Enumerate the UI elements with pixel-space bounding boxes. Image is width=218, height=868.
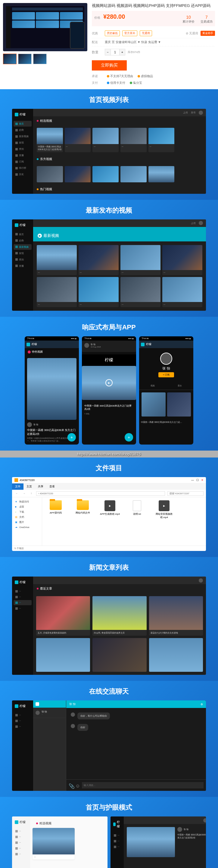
video-card[interactable]: ··· [79,277,119,307]
video-card[interactable]: ··· [120,128,147,152]
desktop[interactable]: ■桌面 [14,504,40,509]
sidebar-discover[interactable]: 发现 [13,140,32,146]
quantity-stepper[interactable]: − + [105,49,125,56]
tab-file[interactable]: 文件 [12,484,24,490]
video-card[interactable]: ··· [120,245,160,275]
chat-settings-icon[interactable]: ⚙ [201,703,203,706]
close-icon[interactable]: ✕ [201,478,204,482]
maximize-icon[interactable]: ☐ [196,478,199,482]
sidebar-item[interactable]: 首页 [13,231,32,237]
upload-link[interactable]: 上传 [183,111,188,114]
path-bar[interactable]: › 4343977220 [36,491,165,496]
main-preview-image[interactable] [3,3,87,51]
downloads[interactable]: ↓下载 [14,509,40,515]
video-card[interactable]: ··· [162,245,202,275]
sidebar-live[interactable]: 直播 [13,153,32,158]
sidebar-item[interactable]: 最新视频 [13,244,32,250]
sidebar-latest[interactable]: 最新视频 [13,133,32,139]
user-avatar[interactable] [199,111,203,115]
play-icon[interactable]: ▶ [105,379,113,386]
video-card[interactable] [127,827,175,857]
sidebar-item[interactable]: ··· [13,600,32,605]
qty-minus[interactable]: − [105,49,110,55]
fab-button[interactable]: + [67,433,76,441]
ship-destination[interactable]: 重庆 至 安徽省蚌埠山区 ▼ 快递 免运费 ▼ [105,40,161,44]
video-card[interactable] [93,166,119,182]
avatar[interactable] [27,422,32,427]
back-icon[interactable]: ← [14,491,19,496]
news-card[interactable] [36,638,90,672]
featured-image[interactable] [27,358,76,420]
file-web-source[interactable]: 网站代码文件 [72,500,93,515]
thumb-2[interactable] [18,54,32,64]
video-card[interactable] [148,166,175,182]
profile-avatar[interactable] [160,352,172,365]
video-card[interactable]: ··· [93,128,119,152]
tab-videos[interactable]: 视频 [151,384,155,387]
chat-contact[interactable]: 张 怡··· [33,708,66,718]
sidebar-trend[interactable]: 趋势 [13,127,32,133]
thumb-3[interactable] [33,54,47,64]
sidebar-item[interactable]: 趋势 [13,238,32,244]
sidebar-item[interactable]: 类别 [13,257,32,262]
video-card[interactable]: ··· [162,277,202,307]
profile-video[interactable] [167,393,191,416]
news-card[interactable]: 五月, 济城要色泼茉的最美丽的 [36,596,90,636]
thumb-1[interactable] [3,54,16,64]
pictures[interactable]: ▣图片 [14,520,40,525]
profile-video[interactable] [142,393,166,416]
minimize-icon[interactable]: — [191,478,194,482]
qty-plus[interactable]: + [119,49,125,55]
sidebar-item[interactable]: 发现 [13,250,32,256]
avatar[interactable] [71,724,75,728]
sidebar-item[interactable]: 直播 [13,263,32,269]
sidebar-category[interactable]: 类别 [13,146,32,152]
stat-sales[interactable]: 7 交易成功 [201,15,213,24]
file-install-tutorial[interactable]: ▶网站安装视频教程.mp4 [153,500,175,519]
stat-reviews[interactable]: 10 累计评价 [182,15,194,24]
emoji-icon[interactable]: ☺ [75,783,79,787]
tab-home[interactable]: 主页 [24,484,35,490]
news-card[interactable] [149,638,203,672]
avatar[interactable] [71,712,75,717]
fab-button[interactable]: + [125,433,133,441]
buy-now-button[interactable]: 立即购买 [92,60,127,70]
news-card[interactable]: 白云间, 奇全国花田最的追梦之后 [93,596,146,636]
video-card[interactable]: ··· [148,128,175,152]
video-card[interactable]: ··· [37,245,77,275]
video-card[interactable]: ··· [65,128,91,152]
file-app-source[interactable]: APP源代码 [45,500,66,515]
tab-share[interactable]: 共享 [35,484,46,490]
forward-icon[interactable]: → [22,491,27,496]
brand-logo[interactable]: 柠檬 [13,111,32,118]
sidebar-item[interactable]: ··· [13,606,32,611]
sidebar-sub[interactable]: 订阅 [13,159,32,164]
documents[interactable]: ▤文档 [14,515,40,520]
video-card[interactable]: 中国第一高楼,300亿高达636米北方之门还要高2倍 [37,128,63,152]
file-readme[interactable]: 说明.txt [126,500,148,516]
up-icon[interactable]: ↑ [29,491,34,496]
attach-icon[interactable]: 📎 [69,783,73,787]
video-card[interactable]: ··· [120,277,160,307]
post-video[interactable]: ▶ [82,366,136,400]
video-card[interactable] [65,166,91,182]
publish-link[interactable]: 发布 [191,111,196,114]
video-card[interactable] [37,166,63,182]
sidebar-home[interactable]: 首页 [13,121,32,127]
sidebar-item[interactable]: ··· [13,589,32,594]
tab-likes[interactable]: 喜欢 [178,384,182,387]
video-card[interactable] [120,166,147,182]
sidebar-history[interactable]: 历史 [13,172,32,177]
news-card[interactable] [93,638,146,672]
file-app-tutorial[interactable]: ▶APP生成教程.mp4 [99,500,120,516]
onedrive[interactable]: ☁OneDrive [14,525,40,530]
news-card[interactable]: 最适合七夕少情的去去水游地 [149,596,203,636]
qty-input[interactable] [110,49,119,55]
sidebar-rank[interactable]: 排行榜 [13,165,32,171]
video-card[interactable]: ··· [33,828,75,860]
video-card[interactable]: ··· [79,245,119,275]
tab-view[interactable]: 查看 [46,484,58,490]
subscribe-button[interactable]: + 订阅 [158,372,174,377]
video-card[interactable]: ··· [37,277,77,307]
search-input[interactable] [168,491,204,496]
